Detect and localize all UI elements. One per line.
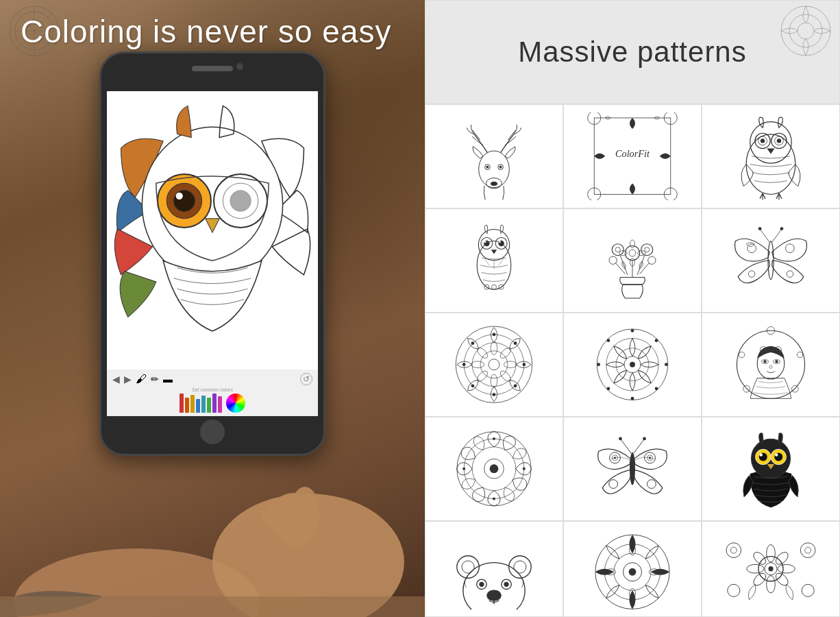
svg-point-131 (776, 349, 779, 352)
svg-point-93 (475, 346, 489, 360)
svg-point-181 (767, 545, 776, 562)
pattern-owl-outline[interactable] (702, 104, 840, 208)
svg-point-138 (493, 498, 495, 500)
svg-point-102 (514, 385, 517, 388)
right-panel: Massive patterns (425, 0, 840, 617)
pattern-owl-small[interactable] (425, 208, 563, 313)
svg-point-97 (462, 363, 466, 367)
svg-point-157 (760, 453, 763, 456)
svg-point-161 (462, 561, 474, 573)
svg-point-90 (504, 361, 517, 368)
color-label: Set common colors (112, 387, 312, 392)
svg-point-85 (480, 351, 508, 378)
svg-point-77 (780, 227, 784, 230)
svg-point-165 (479, 582, 484, 587)
svg-point-183 (747, 565, 764, 574)
pattern-deer[interactable] (425, 104, 563, 208)
svg-point-151 (647, 480, 656, 489)
svg-point-115 (607, 339, 610, 342)
pattern-mandala3[interactable] (425, 417, 563, 521)
svg-point-78 (748, 244, 756, 253)
svg-text:ColorFit: ColorFit (615, 149, 650, 160)
svg-point-80 (748, 271, 755, 278)
svg-point-64 (629, 250, 636, 256)
svg-point-110 (665, 363, 668, 367)
svg-point-136 (490, 465, 499, 474)
svg-point-21 (789, 14, 822, 47)
pattern-owl-dark[interactable] (702, 417, 840, 521)
title-overlay: Coloring is never so easy (0, 0, 425, 64)
svg-point-22 (798, 23, 814, 39)
svg-point-94 (499, 370, 512, 383)
svg-point-79 (786, 244, 795, 253)
pattern-flowers[interactable] (563, 208, 702, 313)
svg-point-8 (230, 191, 251, 212)
svg-point-91 (499, 346, 512, 360)
svg-point-142 (619, 437, 622, 441)
svg-point-36 (746, 134, 795, 195)
svg-point-72 (645, 247, 650, 252)
refresh-icon[interactable]: ↺ (300, 373, 312, 385)
marker-icon[interactable]: ▬ (163, 374, 173, 385)
svg-point-184 (778, 565, 795, 574)
svg-point-42 (761, 138, 765, 143)
svg-point-194 (802, 585, 814, 597)
svg-point-111 (655, 387, 658, 391)
svg-point-73 (609, 256, 617, 264)
svg-point-82 (456, 326, 532, 403)
pattern-colorfit-logo[interactable]: ColorFit (563, 104, 702, 208)
pattern-mandala1[interactable] (425, 313, 563, 417)
svg-point-139 (462, 468, 465, 470)
pattern-mandala2[interactable] (563, 313, 702, 417)
svg-point-141 (630, 452, 635, 485)
svg-point-137 (493, 437, 495, 440)
pattern-bear[interactable] (425, 521, 563, 617)
svg-point-29 (491, 182, 497, 186)
pencil-icon[interactable]: ✏ (151, 374, 159, 385)
svg-point-87 (491, 341, 497, 354)
svg-line-60 (637, 256, 645, 275)
svg-point-100 (514, 341, 517, 345)
svg-point-193 (728, 585, 740, 597)
pattern-geisha[interactable] (702, 313, 840, 417)
phone-home-button[interactable] (200, 420, 225, 444)
color-wheel[interactable] (226, 394, 245, 413)
svg-point-143 (643, 437, 646, 441)
brush-icon[interactable]: 🖌 (136, 373, 147, 385)
coloring-toolbar: ◀ ▶ 🖌 ✏ ▬ ↺ Set common colors (107, 370, 318, 416)
svg-line-59 (620, 256, 628, 275)
pattern-butterfly2[interactable] (563, 417, 702, 521)
pattern-mandala4[interactable] (563, 521, 702, 617)
phone-speaker (192, 66, 233, 71)
forward-icon[interactable]: ▶ (124, 374, 132, 385)
svg-point-50 (484, 241, 486, 243)
svg-point-81 (787, 271, 793, 278)
svg-point-189 (726, 543, 741, 558)
pattern-butterfly[interactable] (702, 208, 840, 313)
svg-point-163 (514, 561, 526, 573)
svg-point-69 (612, 244, 623, 256)
main-title: Coloring is never so easy (21, 14, 404, 50)
svg-point-140 (523, 468, 526, 470)
svg-point-51 (499, 241, 501, 243)
pattern-flowers2[interactable] (702, 521, 840, 617)
svg-point-65 (630, 240, 634, 247)
svg-point-101 (471, 385, 475, 388)
svg-point-129 (762, 349, 765, 352)
svg-point-96 (493, 393, 496, 396)
phone-camera (236, 63, 243, 70)
banner-cell: Massive patterns (425, 0, 840, 104)
svg-point-5 (176, 193, 183, 199)
phone-screen: ◀ ▶ 🖌 ✏ ▬ ↺ Set common colors (107, 91, 318, 416)
svg-point-113 (607, 387, 610, 391)
phone-mockup: ◀ ▶ 🖌 ✏ ▬ ↺ Set common colors (99, 51, 325, 456)
svg-point-114 (597, 363, 600, 367)
svg-point-167 (504, 582, 508, 587)
phone-body: ◀ ▶ 🖌 ✏ ▬ ↺ Set common colors (99, 51, 325, 456)
svg-point-190 (730, 547, 737, 553)
svg-point-76 (758, 227, 762, 230)
svg-point-180 (768, 566, 773, 571)
back-icon[interactable]: ◀ (112, 374, 120, 385)
svg-point-98 (522, 363, 526, 367)
svg-point-43 (777, 138, 781, 143)
